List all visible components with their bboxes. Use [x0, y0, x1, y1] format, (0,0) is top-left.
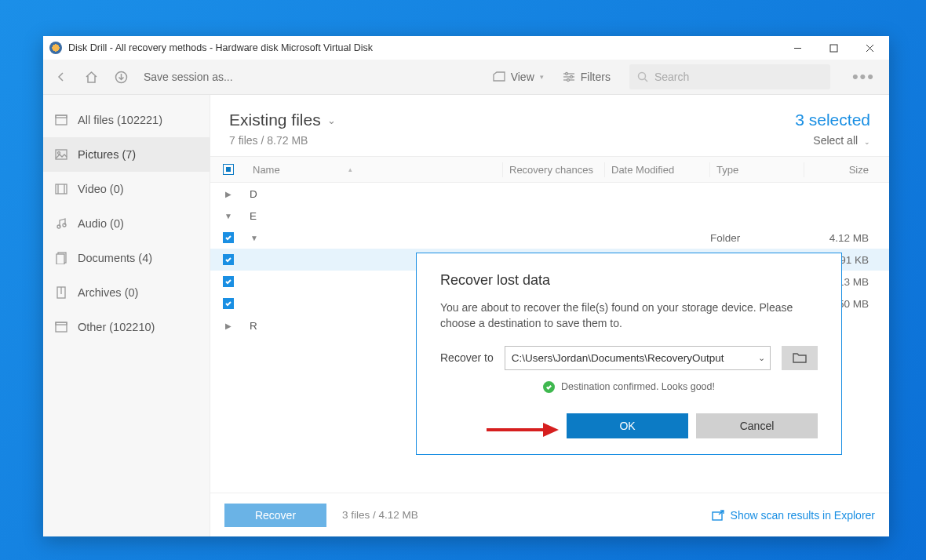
sidebar-item-other[interactable]: Other (102210): [43, 310, 210, 344]
view-label: View: [511, 71, 534, 83]
sidebar-item-label: All files (102221): [78, 114, 162, 126]
chevron-down-icon: ⌄: [758, 353, 765, 363]
sidebar-item-label: Pictures (7): [78, 148, 136, 161]
svg-rect-27: [56, 322, 67, 325]
select-all-button[interactable]: Select all ⌄: [795, 134, 870, 147]
column-size[interactable]: Size: [804, 164, 889, 176]
row-checkbox[interactable]: [223, 232, 234, 243]
section-title[interactable]: Existing files ⌄: [229, 111, 336, 129]
expand-icon[interactable]: ▶: [220, 190, 237, 198]
sidebar-item-documents[interactable]: Documents (4): [43, 241, 210, 275]
sidebar-item-label: Other (102210): [78, 321, 155, 333]
recover-button[interactable]: Recover: [224, 504, 326, 527]
svg-rect-23: [57, 254, 64, 264]
filters-label: Filters: [581, 71, 611, 83]
svg-point-8: [565, 73, 567, 75]
documents-icon: [54, 251, 68, 265]
filters-button[interactable]: Filters: [563, 71, 611, 83]
modal-title: Recover lost data: [440, 272, 818, 289]
sidebar-item-all[interactable]: All files (102221): [43, 103, 210, 137]
modal-message: You are about to recover the file(s) fou…: [440, 300, 818, 332]
footer: Recover 3 files / 4.12 MB Show scan resu…: [210, 493, 889, 536]
save-session-button[interactable]: Save session as...: [144, 71, 233, 83]
chevron-down-icon: ⌄: [327, 115, 336, 126]
export-icon: [712, 510, 724, 521]
cancel-button[interactable]: Cancel: [696, 413, 818, 438]
svg-rect-17: [56, 184, 67, 194]
main-panel: Existing files ⌄ 7 files / 8.72 MB 3 sel…: [210, 95, 889, 536]
collapse-icon[interactable]: ▼: [246, 234, 262, 242]
sidebar-item-video[interactable]: Video (0): [43, 172, 210, 206]
sidebar-item-pictures[interactable]: Pictures (7): [43, 137, 210, 172]
svg-point-16: [58, 152, 60, 155]
svg-rect-26: [56, 322, 67, 332]
search-input[interactable]: Search: [629, 64, 830, 89]
app-icon: [49, 42, 62, 54]
download-icon[interactable]: [114, 70, 128, 84]
minimize-button[interactable]: [779, 36, 815, 60]
other-icon: [54, 320, 68, 334]
show-in-explorer-link[interactable]: Show scan results in Explorer: [712, 509, 875, 522]
window-title: Disk Drill - All recovery methods - Hard…: [68, 42, 373, 53]
section-subtitle: 7 files / 8.72 MB: [229, 134, 336, 147]
sidebar-item-label: Documents (4): [78, 252, 152, 264]
titlebar: Disk Drill - All recovery methods - Hard…: [43, 36, 889, 60]
more-button[interactable]: •••: [849, 68, 878, 85]
confirmation-row: Destination confirmed. Looks good!: [440, 381, 818, 393]
archives-icon: [54, 285, 68, 300]
maximize-button[interactable]: [815, 36, 851, 60]
chevron-down-icon: ⌄: [864, 138, 870, 146]
destination-select[interactable]: C:\Users\Jordan\Documents\RecoveryOutput…: [505, 346, 771, 370]
folder-icon: [793, 352, 807, 363]
sort-indicator-icon: ▴: [348, 165, 352, 173]
collapse-icon[interactable]: ▼: [220, 212, 237, 220]
search-placeholder: Search: [654, 71, 689, 83]
recover-to-label: Recover to: [440, 351, 494, 364]
sidebar-item-audio[interactable]: Audio (0): [43, 206, 210, 241]
svg-rect-1: [830, 45, 837, 52]
pictures-icon: [54, 147, 68, 162]
svg-rect-13: [56, 115, 67, 125]
back-icon[interactable]: [54, 70, 68, 84]
selected-count: 3 selected: [795, 111, 870, 129]
app-window: Disk Drill - All recovery methods - Hard…: [43, 36, 889, 536]
search-icon: [637, 71, 648, 82]
all-files-icon: [54, 113, 68, 127]
svg-point-10: [567, 79, 569, 82]
table-row[interactable]: ▼ Folder 4.12 MB: [210, 227, 889, 249]
ok-button[interactable]: OK: [567, 413, 688, 438]
chevron-down-icon: ▾: [540, 73, 544, 81]
sidebar: All files (102221) Pictures (7) Video (0…: [43, 95, 210, 536]
row-checkbox[interactable]: [223, 254, 234, 265]
close-button[interactable]: [851, 36, 888, 60]
table-row[interactable]: ▼ E: [210, 205, 889, 227]
view-dropdown[interactable]: View ▾: [493, 71, 544, 83]
svg-point-11: [638, 73, 645, 80]
sidebar-item-archives[interactable]: Archives (0): [43, 275, 210, 310]
row-checkbox[interactable]: [223, 276, 234, 287]
select-all-checkbox[interactable]: [223, 164, 234, 175]
audio-icon: [54, 216, 68, 231]
row-checkbox[interactable]: [223, 298, 234, 309]
svg-point-9: [570, 76, 572, 78]
expand-icon[interactable]: ▶: [220, 322, 237, 330]
home-icon[interactable]: [84, 70, 98, 84]
video-icon: [54, 182, 68, 196]
svg-point-20: [57, 225, 60, 228]
sidebar-item-label: Audio (0): [78, 217, 124, 230]
column-name[interactable]: Name ▴: [246, 162, 503, 177]
main-header: Existing files ⌄ 7 files / 8.72 MB 3 sel…: [210, 95, 889, 156]
column-type[interactable]: Type: [710, 162, 804, 177]
column-date[interactable]: Date Modified: [605, 162, 710, 177]
check-circle-icon: [543, 381, 555, 393]
confirmation-text: Destination confirmed. Looks good!: [561, 381, 715, 392]
sidebar-item-label: Video (0): [78, 183, 124, 195]
svg-line-12: [644, 79, 647, 82]
svg-rect-14: [56, 115, 67, 118]
svg-point-21: [63, 224, 66, 227]
table-row[interactable]: ▶ D: [210, 183, 889, 205]
browse-button[interactable]: [782, 346, 818, 370]
column-recovery[interactable]: Recovery chances: [503, 162, 605, 177]
recover-modal: Recover lost data You are about to recov…: [416, 253, 842, 455]
footer-count: 3 files / 4.12 MB: [342, 509, 418, 521]
